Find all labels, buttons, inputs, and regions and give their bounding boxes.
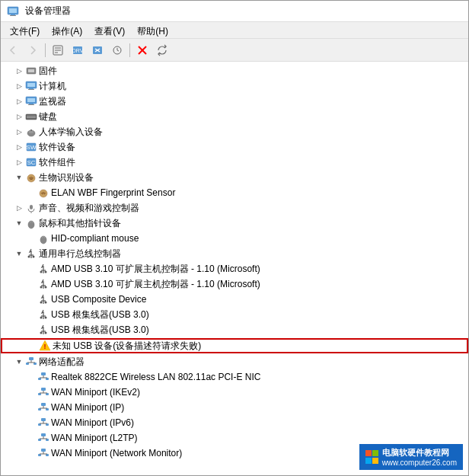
expand-keyboard[interactable]: ▷ bbox=[13, 110, 25, 123]
expand-mouse[interactable]: ▼ bbox=[13, 217, 25, 229]
forward-button[interactable] bbox=[24, 41, 42, 59]
elan-label: ELAN WBF Fingerprint Sensor bbox=[51, 185, 175, 200]
amd-usb1-label: AMD USB 3.10 可扩展主机控制器 - 1.10 (Microsoft) bbox=[51, 261, 260, 276]
wan-ip-icon bbox=[37, 401, 49, 414]
network-icon bbox=[25, 356, 37, 368]
svg-rect-23 bbox=[27, 98, 35, 102]
expand-hid[interactable]: ▷ bbox=[13, 126, 25, 138]
svg-rect-26 bbox=[26, 114, 37, 120]
menu-view[interactable]: 查看(V) bbox=[88, 24, 131, 37]
logo-green bbox=[372, 450, 378, 456]
wan-ipv6-icon bbox=[37, 417, 49, 429]
svg-rect-24 bbox=[29, 104, 34, 104]
amd-usb1-icon bbox=[37, 263, 49, 275]
back-button[interactable] bbox=[4, 41, 22, 59]
expand-software-device[interactable]: ▷ bbox=[13, 141, 25, 153]
network-label: 网络适配器 bbox=[39, 354, 85, 369]
tree-item-mouse[interactable]: ▼ 鼠标和其他指针设备 bbox=[1, 216, 468, 231]
svg-point-59 bbox=[40, 317, 43, 319]
expand-software-component[interactable]: ▷ bbox=[13, 156, 25, 168]
update-driver-button[interactable]: DRV bbox=[69, 41, 87, 59]
tree-item-wan-ip[interactable]: ▷ WAN Miniport (IP) bbox=[1, 400, 468, 415]
watermark-text: 电脑软硬件教程网 bbox=[382, 447, 457, 458]
tree-item-software-device[interactable]: ▷ SW 软件设备 bbox=[1, 139, 468, 155]
hid-label: 人体学输入设备 bbox=[39, 124, 103, 139]
tree-item-wan-ipv6[interactable]: ▷ WAN Miniport (IPv6) bbox=[1, 415, 468, 430]
tree-item-biometric[interactable]: ▼ 生物识别设备 bbox=[1, 170, 468, 185]
computer-icon bbox=[25, 80, 37, 92]
svg-rect-1 bbox=[9, 8, 17, 13]
tree-item-usb-composite[interactable]: ▷ USB Composite Device bbox=[1, 292, 468, 307]
svg-point-62 bbox=[40, 332, 43, 334]
audio-icon bbox=[25, 202, 37, 214]
mouse-icon bbox=[25, 217, 37, 229]
svg-point-63 bbox=[45, 332, 47, 334]
expand-usb-controllers[interactable]: ▼ bbox=[13, 248, 25, 260]
tree-item-amd-usb1[interactable]: ▷ AMD USB 3.10 可扩展主机控制器 - 1.10 (Microsof… bbox=[1, 261, 468, 276]
svg-point-54 bbox=[45, 286, 47, 289]
svg-rect-2 bbox=[11, 14, 15, 15]
tree-item-realtek[interactable]: ▷ Realtek 8822CE Wireless LAN 802.11ac P… bbox=[1, 369, 468, 385]
uninstall-button[interactable] bbox=[88, 41, 107, 59]
tree-item-elan[interactable]: ▷ ELAN WBF Fingerprint Sensor bbox=[1, 185, 468, 200]
toolbar-sep-2 bbox=[129, 43, 130, 57]
title-bar: 设备管理器 bbox=[1, 1, 468, 22]
refresh-button[interactable] bbox=[153, 41, 171, 59]
svg-rect-21 bbox=[28, 89, 34, 90]
svg-rect-84 bbox=[41, 403, 46, 406]
scan-button[interactable] bbox=[108, 41, 126, 59]
expand-audio[interactable]: ▷ bbox=[13, 202, 25, 214]
svg-rect-72 bbox=[41, 372, 46, 375]
window-title: 设备管理器 bbox=[25, 5, 71, 18]
wan-netmon-label: WAN Miniport (Network Monitor) bbox=[51, 446, 182, 461]
usb-unknown-warning-icon: ! bbox=[39, 340, 51, 352]
logo-red bbox=[365, 450, 372, 456]
biometric-label: 生物识别设备 bbox=[39, 170, 94, 185]
usb-controllers-icon bbox=[25, 248, 37, 260]
tree-item-amd-usb2[interactable]: ▷ AMD USB 3.10 可扩展主机控制器 - 1.10 (Microsof… bbox=[1, 276, 468, 292]
toolbar: DRV bbox=[1, 39, 468, 62]
wan-ikev2-icon bbox=[37, 386, 49, 398]
firmware-label: 固件 bbox=[39, 63, 57, 78]
tree-item-hid[interactable]: ▷ 人体学输入设备 bbox=[1, 124, 468, 139]
amd-usb2-label: AMD USB 3.10 可扩展主机控制器 - 1.10 (Microsoft) bbox=[51, 276, 260, 292]
tree-item-software-component[interactable]: ▷ SC 软件组件 bbox=[1, 155, 468, 170]
tree-item-usb-unknown[interactable]: ▷ ! 未知 USB 设备(设备描述符请求失败) bbox=[1, 338, 468, 353]
properties-button[interactable] bbox=[49, 41, 67, 59]
expand-firmware[interactable]: ▷ bbox=[13, 65, 25, 77]
expand-monitor[interactable]: ▷ bbox=[13, 95, 25, 107]
tree-item-wan-l2tp[interactable]: ▷ WAN Miniport (L2TP) bbox=[1, 430, 468, 446]
wan-ikev2-label: WAN Miniport (IKEv2) bbox=[51, 385, 140, 400]
logo-yellow bbox=[372, 458, 378, 464]
hid-mouse-icon bbox=[37, 232, 49, 244]
realtek-icon bbox=[37, 371, 49, 383]
expand-computer[interactable]: ▷ bbox=[13, 80, 25, 92]
svg-rect-31 bbox=[30, 129, 32, 131]
tree-item-network[interactable]: ▼ 网络适配器 bbox=[1, 354, 468, 369]
tree-item-monitor[interactable]: ▷ 监视器 bbox=[1, 94, 468, 109]
expand-biometric[interactable]: ▼ bbox=[13, 171, 25, 184]
svg-rect-102 bbox=[41, 449, 46, 452]
tree-item-wan-ikev2[interactable]: ▷ WAN Miniport (IKEv2) bbox=[1, 385, 468, 400]
tree-item-hid-mouse[interactable]: ▷ HID-compliant mouse bbox=[1, 231, 468, 246]
tree-item-firmware[interactable]: ▷ 固件 bbox=[1, 63, 468, 78]
svg-rect-17 bbox=[28, 69, 34, 72]
tree-item-audio[interactable]: ▷ 声音、视频和游戏控制器 bbox=[1, 200, 468, 216]
svg-rect-27 bbox=[27, 116, 36, 117]
software-device-label: 软件设备 bbox=[39, 139, 75, 155]
usb-composite-icon bbox=[37, 293, 49, 305]
delete-button[interactable] bbox=[133, 41, 152, 59]
tree-item-computer[interactable]: ▷ 计算机 bbox=[1, 78, 468, 94]
tree-item-usb-hub2[interactable]: ▷ USB 根集线器(USB 3.0) bbox=[1, 322, 468, 337]
menu-action[interactable]: 操作(A) bbox=[46, 24, 88, 37]
mouse-label: 鼠标和其他指针设备 bbox=[39, 216, 121, 231]
svg-point-60 bbox=[45, 317, 47, 319]
tree-item-keyboard[interactable]: ▷ 键盘 bbox=[1, 109, 468, 124]
expand-network[interactable]: ▼ bbox=[13, 356, 25, 368]
svg-text:!: ! bbox=[44, 343, 46, 350]
menu-file[interactable]: 文件(F) bbox=[4, 24, 46, 37]
tree-item-usb-controllers[interactable]: ▼ 通用串行总线控制器 bbox=[1, 246, 468, 261]
menu-help[interactable]: 帮助(H) bbox=[131, 24, 174, 37]
tree-item-usb-hub1[interactable]: ▷ USB 根集线器(USB 3.0) bbox=[1, 307, 468, 322]
svg-text:DRV: DRV bbox=[72, 48, 84, 53]
